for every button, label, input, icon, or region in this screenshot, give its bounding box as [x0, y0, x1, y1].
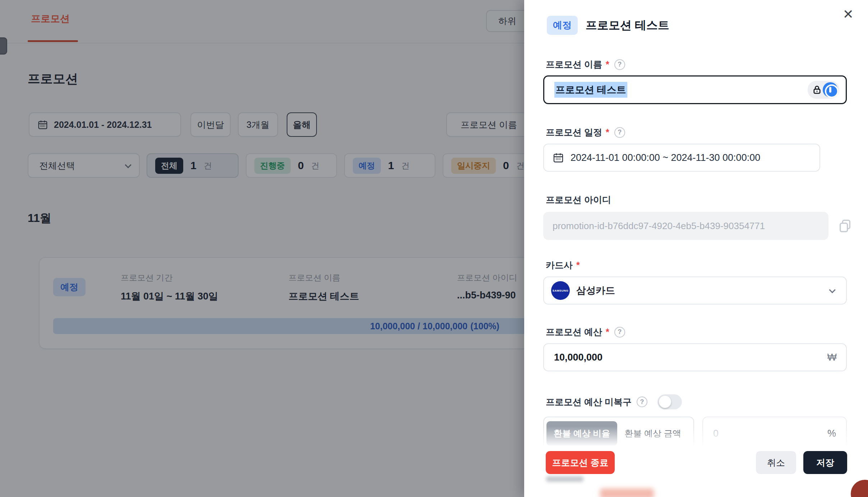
budget-field-label: 프로모션 예산 * ? [546, 326, 625, 338]
scrolled-content-smudge [546, 476, 583, 482]
label-text: 프로모션 일정 [546, 126, 602, 138]
schedule-input[interactable]: 2024-11-01 00:00:00 ~ 2024-11-30 00:00:0… [543, 144, 820, 172]
card-company-field-label: 카드사 * [546, 259, 580, 271]
close-icon[interactable]: ✕ [843, 8, 854, 21]
promotion-detail-drawer: ✕ 예정 프로모션 테스트 프로모션 이름 * ? 프로모션 테스트 [524, 0, 868, 497]
cancel-button[interactable]: 취소 [756, 451, 796, 474]
app-root: 프로모션 하위 프로모션 2024.01.01 - 2024.12.31 이번달… [0, 0, 868, 497]
label-text: 프로모션 이름 [546, 59, 602, 70]
help-icon[interactable]: ? [614, 327, 625, 338]
drawer-header: 예정 프로모션 테스트 [547, 16, 669, 35]
budget-input[interactable]: 10,000,000 ₩ [543, 343, 847, 371]
chevron-down-icon [829, 287, 835, 293]
help-icon[interactable]: ? [614, 127, 625, 138]
name-field-label: 프로모션 이름 * ? [546, 59, 625, 70]
save-button[interactable]: 저장 [803, 451, 847, 474]
scrolled-content-smudge [600, 488, 654, 497]
copy-icon[interactable] [838, 218, 852, 234]
required-mark: * [576, 260, 580, 270]
drawer-status-badge: 예정 [547, 16, 578, 35]
samsung-card-logo: SAMSUNG [551, 281, 570, 300]
toggle-knob [659, 396, 671, 408]
no-restore-label: 프로모션 예산 미복구 [546, 396, 632, 408]
help-icon[interactable]: ? [637, 396, 647, 407]
name-input[interactable]: 프로모션 테스트 [543, 75, 847, 104]
no-restore-toggle[interactable] [657, 394, 682, 409]
required-mark: * [606, 327, 609, 337]
won-currency-icon: ₩ [827, 352, 837, 363]
end-promotion-button[interactable]: 프로모션 종료 [546, 451, 615, 474]
schedule-value: 2024-11-01 00:00:00 ~ 2024-11-30 00:00:0… [571, 152, 760, 163]
card-company-select[interactable]: SAMSUNG 삼성카드 [543, 277, 847, 305]
no-restore-row: 프로모션 예산 미복구 ? [546, 394, 682, 409]
drawer-title: 프로모션 테스트 [586, 18, 669, 33]
promo-id-field-label: 프로모션 아이디 [546, 194, 611, 206]
calendar-icon [553, 152, 564, 163]
name-input-value: 프로모션 테스트 [554, 82, 627, 98]
label-text: 카드사 [546, 259, 573, 271]
required-mark: * [606, 127, 609, 138]
promo-id-input-disabled: promotion-id-b76ddc97-4920-4eb5-b439-903… [543, 212, 828, 240]
lock-icon [812, 85, 822, 95]
required-mark: * [606, 59, 609, 70]
budget-value: 10,000,000 [554, 352, 602, 363]
help-icon[interactable]: ? [614, 59, 625, 70]
1password-icon [823, 82, 838, 97]
schedule-field-label: 프로모션 일정 * ? [546, 126, 625, 138]
label-text: 프로모션 예산 [546, 326, 602, 338]
card-company-value: 삼성카드 [576, 284, 615, 297]
promo-id-value: promotion-id-b76ddc97-4920-4eb5-b439-903… [553, 220, 765, 232]
drawer-footer: 프로모션 종료 취소 저장 [524, 427, 868, 497]
label-text: 프로모션 아이디 [546, 194, 611, 206]
password-manager-widget[interactable] [808, 81, 839, 99]
